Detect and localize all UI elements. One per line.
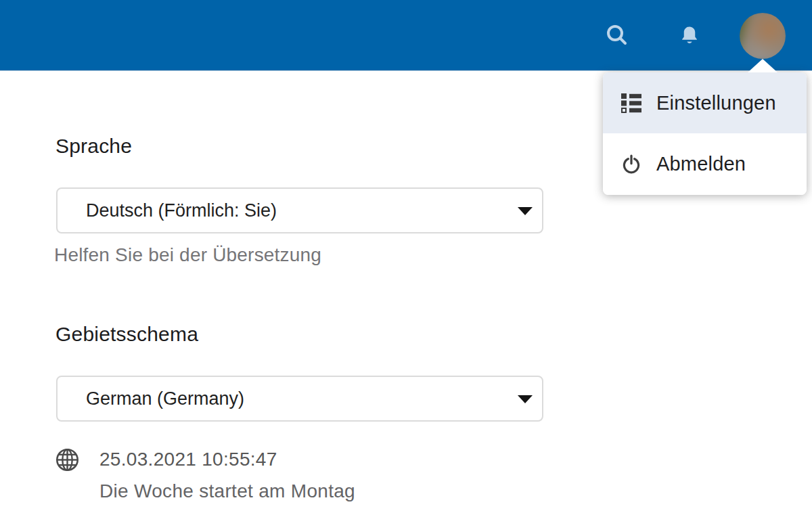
week-start-note: Die Woche startet am Montag bbox=[99, 480, 355, 502]
locale-section-title: Gebietsschema bbox=[55, 323, 198, 346]
current-datetime: 25.03.2021 10:55:47 bbox=[99, 449, 277, 470]
settings-list-icon bbox=[621, 92, 642, 114]
power-icon bbox=[621, 154, 642, 175]
user-avatar[interactable] bbox=[740, 13, 786, 59]
top-bar bbox=[0, 0, 812, 70]
menu-item-settings[interactable]: Einstellungen bbox=[603, 72, 807, 133]
globe-icon bbox=[55, 448, 79, 472]
notifications-button[interactable] bbox=[675, 21, 704, 51]
menu-item-logout[interactable]: Abmelden bbox=[603, 133, 807, 195]
chevron-down-icon bbox=[518, 395, 533, 403]
locale-select-value: German (Germany) bbox=[86, 388, 244, 409]
language-section-title: Sprache bbox=[55, 135, 132, 158]
language-select[interactable]: Deutsch (Förmlich: Sie) bbox=[56, 187, 543, 233]
language-select-value: Deutsch (Förmlich: Sie) bbox=[86, 200, 277, 221]
menu-item-label: Abmelden bbox=[656, 153, 746, 175]
user-menu: Einstellungen Abmelden bbox=[603, 72, 807, 195]
search-icon bbox=[604, 23, 630, 49]
chevron-down-icon bbox=[518, 207, 533, 215]
translation-help-link[interactable]: Helfen Sie bei der Übersetzung bbox=[54, 244, 321, 266]
menu-caret bbox=[748, 59, 777, 72]
locale-select[interactable]: German (Germany) bbox=[56, 376, 543, 422]
avatar-image bbox=[740, 13, 786, 59]
search-button[interactable] bbox=[602, 21, 632, 51]
menu-item-label: Einstellungen bbox=[656, 92, 776, 114]
bell-icon bbox=[677, 24, 702, 48]
